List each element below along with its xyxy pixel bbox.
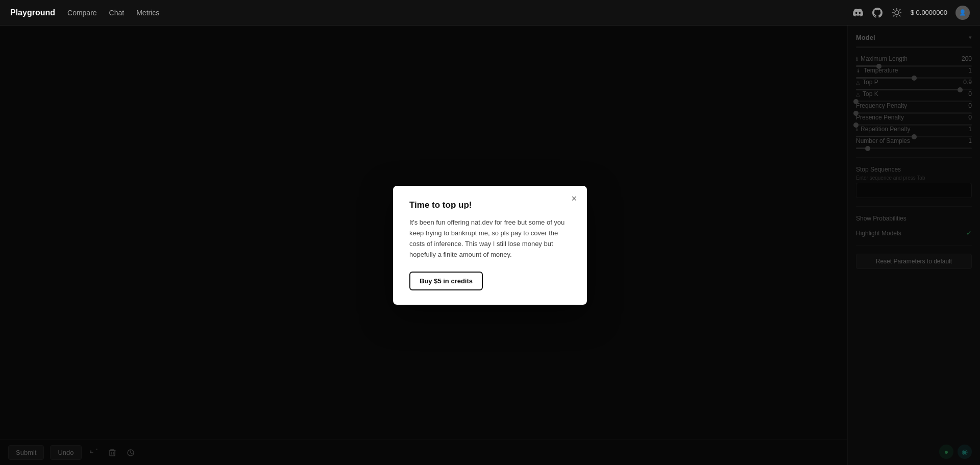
modal-body: It's been fun offering nat.dev for free … bbox=[409, 217, 571, 260]
svg-line-8 bbox=[893, 15, 894, 16]
nav-metrics[interactable]: Metrics bbox=[136, 7, 159, 19]
modal-overlay[interactable]: × Time to top up! It's been fun offering… bbox=[0, 26, 980, 465]
nav-chat[interactable]: Chat bbox=[109, 7, 125, 19]
logo[interactable]: Playground bbox=[10, 8, 55, 17]
theme-toggle-icon[interactable] bbox=[891, 7, 902, 18]
modal: × Time to top up! It's been fun offering… bbox=[393, 186, 587, 304]
svg-line-5 bbox=[893, 9, 894, 10]
header-right: $ 0.0000000 👤 bbox=[852, 6, 970, 20]
modal-title: Time to top up! bbox=[409, 200, 571, 210]
discord-icon[interactable] bbox=[852, 7, 864, 18]
svg-line-7 bbox=[899, 9, 900, 10]
credit-display[interactable]: $ 0.0000000 bbox=[911, 9, 947, 16]
user-avatar[interactable]: 👤 bbox=[955, 6, 970, 20]
nav-compare[interactable]: Compare bbox=[67, 7, 97, 19]
modal-cta-button[interactable]: Buy $5 in credits bbox=[409, 272, 483, 290]
svg-point-0 bbox=[895, 11, 899, 15]
modal-close-button[interactable]: × bbox=[568, 193, 580, 204]
main-container: Model ▾ ℹMaximum Length200🌡Temperature1△… bbox=[0, 26, 980, 465]
header: Playground Compare Chat Metrics bbox=[0, 0, 980, 26]
nav: Playground Compare Chat Metrics bbox=[10, 7, 159, 19]
github-icon[interactable] bbox=[872, 7, 883, 18]
svg-line-6 bbox=[899, 15, 900, 16]
